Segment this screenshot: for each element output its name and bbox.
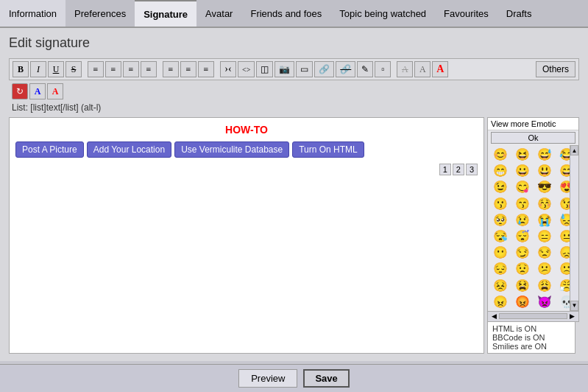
emoji-header: View more Emotic [488,118,578,130]
emoji-hscroll: ◀ ▶ [488,311,578,321]
emoji-item[interactable]: 😣 [489,278,511,293]
emoji-item[interactable]: 😪 [489,228,511,244]
emoji-item[interactable]: 😗 [489,196,511,211]
nav-item-preferences[interactable]: Preferences [65,0,135,27]
emoji-item[interactable]: 😑 [534,228,555,244]
emoji-item[interactable]: 😩 [534,278,555,293]
toolbar-row1: B I U S ≡ ≡ ≡ ≡ ≡ ≡ ≡ ›‹ <> ◫ 📷 ▭ 🔗 🔗 ✎ … [9,58,579,80]
emoji-item[interactable]: 😏 [511,245,533,260]
align-center-button[interactable]: ≡ [105,61,121,77]
emoji-item[interactable]: 😴 [511,228,533,244]
smilies-status: Smilies are ON [492,342,570,351]
table-button[interactable]: ◫ [256,61,273,77]
hscroll-right-button[interactable]: ▶ [567,312,577,320]
list-ol-button[interactable]: ≡ [180,61,196,77]
wide-button[interactable]: ▫ [375,61,391,77]
emoji-item[interactable]: 😁 [489,163,511,178]
preview-button[interactable]: Preview [238,369,297,388]
emoji-item[interactable]: 😆 [511,147,533,162]
emoji-item[interactable]: 😅 [534,147,555,162]
font-size-button[interactable]: A [432,61,448,77]
howto-title: HOW-TO [15,124,478,136]
turn-on-html-button[interactable]: Turn On HTML [292,141,364,158]
emoji-item[interactable]: 😫 [511,278,533,293]
emoji-item[interactable]: 😢 [511,212,533,228]
emoji-item[interactable]: 😕 [534,261,555,276]
page-num-3[interactable]: 3 [466,164,478,175]
howto-buttons: Post A Picture Add Your Location Use Ver… [15,141,478,158]
emoji-grid: 😊😆😅😂😁😀😃😄😉😋😎😍😗😙😚😘🥺😢😭😓😪😴😑😐😶😏😒😞😔😟😕🙁😣😫😩😤😠😡👿💀 [488,145,578,311]
page-num-1[interactable]: 1 [439,164,451,175]
list-ul-button[interactable]: ≡ [163,61,179,77]
nav-item-favourites[interactable]: Favourites [435,0,497,27]
others-button[interactable]: Others [536,61,575,77]
emoji-item[interactable]: 😭 [534,212,555,228]
align-right-button[interactable]: ≡ [123,61,139,77]
unlink-button[interactable]: 🔗 [336,61,355,77]
main-content: Edit signature B I U S ≡ ≡ ≡ ≡ ≡ ≡ ≡ ›‹ … [0,28,588,361]
list-hint: List: [list]text[/list] (alt-l) [9,101,579,114]
nav-item-information[interactable]: Information [0,0,65,27]
emoji-item[interactable]: 😒 [534,245,555,260]
nav-item-friends[interactable]: Friends and foes [241,0,330,27]
bg-color-button[interactable]: A [47,83,63,99]
emoji-item[interactable]: 😠 [489,294,511,309]
underline-button[interactable]: U [48,61,64,77]
link-button[interactable]: 🔗 [314,61,334,77]
emoji-item[interactable]: 😟 [511,261,533,276]
list-custom-button[interactable]: ≡ [198,61,214,77]
emoji-item[interactable]: 😚 [534,196,555,211]
page-num-2[interactable]: 2 [453,164,464,175]
scroll-track [570,155,578,301]
emoji-item[interactable]: 😊 [489,147,511,162]
nav-item-topics[interactable]: Topic being watched [330,0,435,27]
clear1-button[interactable]: A [397,61,413,77]
emoji-item[interactable]: 😉 [489,179,511,195]
editor-panel[interactable]: HOW-TO Post A Picture Add Your Location … [9,117,484,354]
emoji-item[interactable]: 😋 [511,179,533,195]
editor-area: HOW-TO Post A Picture Add Your Location … [9,117,579,354]
page-title: Edit signature [9,35,579,51]
howto-numbers: 1 2 3 [15,164,478,175]
emoji-item[interactable]: 😔 [489,261,511,276]
emoji-item[interactable]: 😀 [511,163,533,178]
toolbar-row2: ↻ A A [9,82,579,101]
emoji-ok-button[interactable]: Ok [491,132,575,144]
top-nav: Information Preferences Signature Avatar… [0,0,588,28]
img-insert-button[interactable]: 📷 [274,61,294,77]
emoji-item[interactable]: 😡 [511,294,533,309]
quote-button[interactable]: ›‹ [220,61,236,77]
clear2-button[interactable]: A [414,61,431,77]
emoji-item[interactable]: 🥺 [489,212,511,228]
undo-button[interactable]: ↻ [12,83,28,99]
emoji-item[interactable]: 😎 [534,179,555,195]
vermiculite-db-button[interactable]: Use Vermiculite Database [174,141,289,158]
add-location-button[interactable]: Add Your Location [87,141,171,158]
nav-item-signature[interactable]: Signature [135,0,196,27]
emoji-item[interactable]: 😶 [489,245,511,260]
hscroll-left-button[interactable]: ◀ [489,312,499,320]
edit-button[interactable]: ✎ [357,61,373,77]
bold-button[interactable]: B [13,61,29,77]
emoji-item[interactable]: 😃 [534,163,555,178]
emoji-item[interactable]: 😙 [511,196,533,211]
nav-item-avatar[interactable]: Avatar [196,0,241,27]
italic-button[interactable]: I [30,61,46,77]
save-button[interactable]: Save [303,369,349,388]
nav-item-drafts[interactable]: Drafts [497,0,541,27]
align-left-button[interactable]: ≡ [88,61,104,77]
emoji-item[interactable]: 👿 [534,294,555,309]
post-picture-button[interactable]: Post A Picture [15,141,84,158]
strike-button[interactable]: S [65,61,82,77]
bbcode-status: BBCode is ON [492,333,570,342]
img2-button[interactable]: ▭ [296,61,313,77]
emoji-sidebar: View more Emotic Ok 😊😆😅😂😁😀😃😄😉😋😎😍😗😙😚😘🥺😢😭😓… [487,117,579,354]
emoji-scrollbar: ▲ ▼ [570,145,578,311]
code-button[interactable]: <> [238,61,255,77]
status-info: HTML is ON BBCode is ON Smilies are ON [487,322,575,354]
align-justify-button[interactable]: ≡ [141,61,157,77]
scroll-up-button[interactable]: ▲ [570,145,578,155]
color-text-button[interactable]: A [29,83,46,99]
hscroll-track [499,313,567,319]
scroll-down-button[interactable]: ▼ [570,301,578,311]
